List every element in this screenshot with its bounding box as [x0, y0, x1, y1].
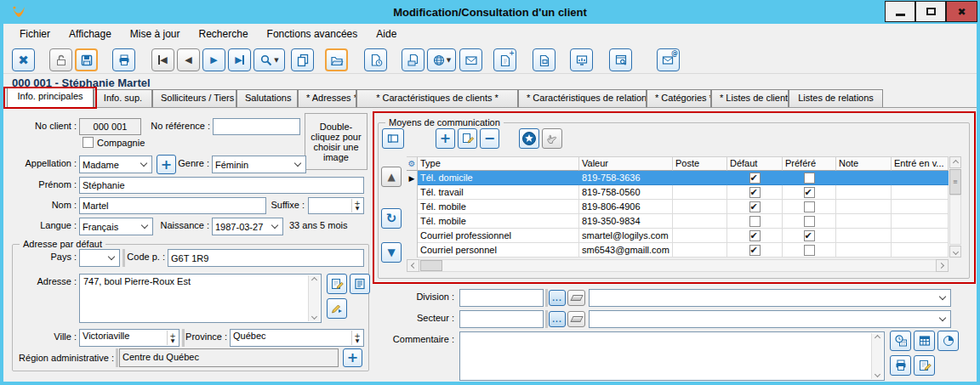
table-horizontal-scrollbar-thumb[interactable]: [420, 260, 442, 271]
menu-fichier[interactable]: Fichier: [10, 25, 60, 42]
division-clear-button[interactable]: [567, 290, 585, 306]
tab-listes-clients[interactable]: * Listes de clients *: [711, 89, 789, 107]
add-region-button[interactable]: +: [343, 348, 362, 367]
menu-affichage[interactable]: Affichage: [60, 25, 121, 42]
tab-caracteristiques-relations[interactable]: * Caractéristiques de relations *: [518, 89, 647, 107]
tab-adresses[interactable]: * Adresses *: [298, 89, 356, 107]
add-document-button[interactable]: +: [493, 48, 516, 71]
document-clock-button[interactable]: [364, 48, 387, 71]
table-scroll-down-button[interactable]: [949, 246, 961, 258]
suffixe-stepper[interactable]: +▼: [351, 199, 362, 212]
menu-recherche[interactable]: Recherche: [190, 25, 258, 42]
table-horizontal-scrollbar-track[interactable]: [407, 259, 949, 272]
favorite-button[interactable]: [519, 128, 539, 149]
tab-info-principales[interactable]: Info. principales: [7, 88, 94, 107]
defaut-checkbox[interactable]: [749, 230, 761, 241]
table-row[interactable]: Tél. mobile 819-350-9834: [407, 214, 949, 229]
mail-at-button[interactable]: @: [657, 48, 680, 71]
commentaire-textarea[interactable]: [459, 331, 885, 381]
previous-record-button[interactable]: ◀: [177, 48, 200, 71]
column-header-type[interactable]: Type: [418, 156, 579, 171]
prefere-checkbox[interactable]: [804, 187, 815, 198]
table-scroll-up-button[interactable]: [949, 156, 961, 168]
prefere-checkbox[interactable]: [804, 201, 815, 212]
edit-sign-button[interactable]: [327, 298, 347, 319]
prefere-checkbox[interactable]: [804, 245, 815, 256]
adresse-textarea[interactable]: 747, boul Pierre-Roux Est: [79, 274, 322, 323]
ville-field[interactable]: Victoriaville+▼: [79, 329, 179, 347]
defaut-checkbox[interactable]: [749, 216, 761, 227]
first-record-button[interactable]: ◀: [151, 48, 174, 71]
report-button[interactable]: [570, 48, 593, 71]
pays-select[interactable]: [79, 249, 120, 267]
prefere-checkbox[interactable]: [804, 216, 815, 227]
print-button[interactable]: [112, 48, 135, 71]
division-field[interactable]: [459, 289, 544, 307]
nom-field[interactable]: [79, 197, 266, 214]
print-document-button[interactable]: [402, 48, 424, 71]
print-comment-button[interactable]: [890, 355, 911, 376]
globe-button[interactable]: ▼: [427, 48, 456, 71]
document-image-button[interactable]: [533, 48, 556, 71]
appellation-select[interactable]: Madame: [79, 156, 152, 173]
save-button[interactable]: [75, 48, 98, 71]
naissance-select[interactable]: 1987-03-27: [212, 218, 283, 235]
next-record-button[interactable]: ▶: [202, 48, 225, 71]
menu-aide[interactable]: Aide: [367, 25, 406, 42]
menu-mise-a-jour[interactable]: Mise à jour: [121, 25, 190, 42]
search-button[interactable]: ▼: [254, 48, 285, 71]
ville-stepper[interactable]: +▼: [167, 331, 178, 345]
edit-communication-button[interactable]: [458, 128, 477, 149]
tab-solliciteurs-tiers[interactable]: Solliciteurs / Tiers: [152, 89, 236, 107]
compagnie-checkbox[interactable]: [83, 137, 94, 148]
address-list-button[interactable]: [350, 274, 370, 294]
genre-select[interactable]: Féminin: [212, 156, 306, 173]
province-field[interactable]: Québec+▼: [230, 329, 364, 347]
table-vertical-scrollbar-thumb[interactable]: ≡: [949, 169, 961, 195]
open-folder-button[interactable]: [325, 48, 348, 71]
close-record-button[interactable]: ✖: [12, 48, 35, 71]
province-stepper[interactable]: +▼: [351, 331, 362, 345]
copy-button[interactable]: [291, 48, 314, 71]
defaut-checkbox[interactable]: [749, 173, 761, 184]
pie-chart-button[interactable]: [937, 331, 959, 351]
langue-select[interactable]: Français: [79, 218, 153, 235]
lock-button[interactable]: [49, 48, 72, 71]
refresh-button[interactable]: ↻: [381, 208, 402, 229]
table-scroll-right-button[interactable]: [936, 259, 949, 272]
division-list-select[interactable]: [589, 289, 951, 307]
division-browse-button[interactable]: ...: [549, 290, 566, 306]
table-row[interactable]: Tél. travail 819-758-0560: [407, 185, 949, 200]
edit-comment-button[interactable]: [914, 355, 935, 376]
menu-fonctions-avancees[interactable]: Fonctions avancées: [258, 25, 368, 42]
tab-salutations[interactable]: Salutations: [236, 89, 298, 107]
table-row[interactable]: ▶ Tél. domicile 819-758-3636: [407, 171, 949, 185]
table-row[interactable]: Tél. mobile 819-806-4906: [407, 200, 949, 214]
edit-address-note-button[interactable]: [327, 274, 347, 294]
column-header-note[interactable]: Note: [836, 156, 892, 171]
table-row[interactable]: Courriel personnel sm6543@gmaill.com: [407, 243, 949, 258]
suffixe-field[interactable]: +▼: [308, 197, 364, 214]
secteur-clear-button[interactable]: [567, 311, 585, 327]
remove-communication-button[interactable]: −: [480, 128, 499, 149]
prefere-checkbox[interactable]: [804, 173, 815, 184]
send-mail-button[interactable]: [459, 48, 482, 71]
minimize-button[interactable]: [885, 1, 915, 22]
column-header-defaut[interactable]: Défaut: [727, 156, 783, 171]
code-postal-field[interactable]: [168, 249, 364, 267]
column-header-valeur[interactable]: Valeur: [579, 156, 673, 171]
table-row[interactable]: Courriel professionnel smartel@logilys.c…: [407, 229, 949, 243]
hand-button[interactable]: [542, 128, 562, 149]
column-header-poste[interactable]: Poste: [673, 156, 727, 171]
defaut-checkbox[interactable]: [749, 187, 761, 198]
defaut-checkbox[interactable]: [749, 245, 761, 256]
gear-icon[interactable]: ⚙: [407, 156, 418, 171]
commentaire-scrollbar[interactable]: [871, 333, 883, 379]
window-search-button[interactable]: [609, 48, 632, 71]
clock-calendar-button[interactable]: [890, 331, 911, 351]
move-down-button[interactable]: ▼: [381, 242, 402, 263]
maximize-button[interactable]: [915, 1, 946, 22]
panel-toggle-button[interactable]: [382, 128, 404, 149]
image-drop-zone[interactable]: Double-cliquez pour choisir une image: [305, 113, 368, 170]
table-vertical-scrollbar-track[interactable]: [949, 195, 961, 245]
